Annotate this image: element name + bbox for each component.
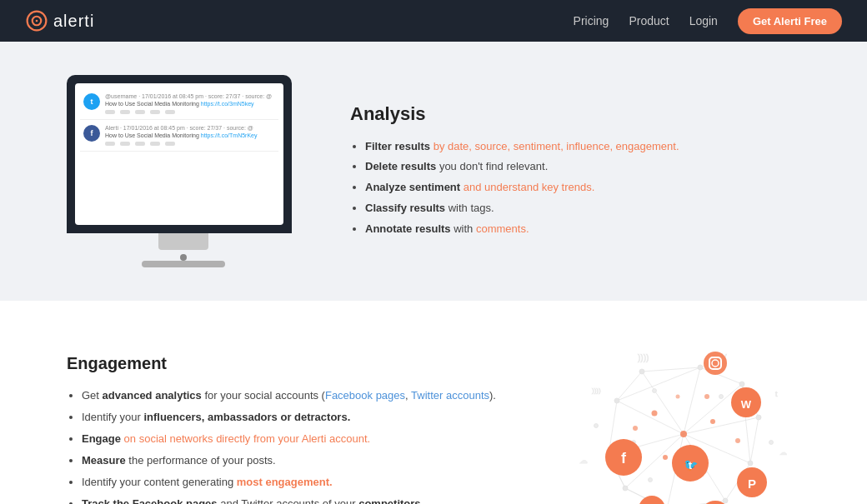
engagement-bold-4: Measure bbox=[82, 454, 126, 467]
analysis-bullet-5: Annotate results with comments. bbox=[365, 219, 800, 240]
engagement-content: Engagement Get advanced analytics for yo… bbox=[67, 354, 534, 505]
engagement-title: Engagement bbox=[67, 354, 534, 373]
svg-point-54 bbox=[652, 411, 658, 417]
engagement-highlight-5: most engagement. bbox=[237, 476, 333, 488]
tweet-text-2: How to Use Social Media Monitoring https… bbox=[105, 132, 275, 138]
tweet-meta-1: @username · 17/01/2016 at 08:45 pm · sco… bbox=[105, 93, 275, 99]
svg-point-2 bbox=[36, 20, 38, 22]
engagement-bold-6b: competitors. bbox=[358, 497, 423, 505]
tweet-row-2: f Alerti · 17/01/2016 at 08:45 pm · scor… bbox=[80, 120, 278, 152]
engagement-bullet-2: Identify your influencers, ambassadors o… bbox=[82, 407, 534, 428]
analysis-bullet-1: Filter results by date, source, sentimen… bbox=[365, 137, 800, 157]
svg-point-42 bbox=[594, 424, 599, 428]
svg-point-59 bbox=[704, 394, 709, 399]
engagement-bold-3: Engage bbox=[82, 432, 121, 445]
svg-line-5 bbox=[684, 367, 700, 434]
analysis-section: t @username · 17/01/2016 at 08:45 pm · s… bbox=[0, 42, 867, 301]
engagement-bullet-4: Measure the performance of your posts. bbox=[82, 450, 534, 472]
svg-text:P: P bbox=[748, 477, 756, 491]
svg-point-55 bbox=[710, 419, 715, 424]
engagement-bold-6: Track the Facebook pages bbox=[82, 497, 218, 505]
analysis-bold-2: Delete results bbox=[365, 160, 436, 172]
svg-text:t: t bbox=[775, 390, 778, 398]
tweet-actions-1 bbox=[105, 110, 275, 114]
svg-point-30 bbox=[739, 382, 744, 387]
monitor-stand bbox=[158, 233, 208, 250]
analysis-highlight-5: comments. bbox=[476, 222, 529, 235]
engagement-highlight-3: on social networks directly from your Al… bbox=[124, 432, 371, 445]
svg-point-38 bbox=[719, 395, 724, 399]
svg-point-57 bbox=[663, 455, 668, 460]
nav: Pricing Product Login Get Alerti Free bbox=[574, 8, 842, 34]
tweet-row-1: t @username · 17/01/2016 at 08:45 pm · s… bbox=[80, 88, 278, 120]
tweet-avatar-facebook: f bbox=[83, 125, 100, 142]
engagement-link-facebook[interactable]: Facebook pages bbox=[325, 389, 405, 402]
svg-point-27 bbox=[614, 398, 619, 403]
nav-pricing[interactable]: Pricing bbox=[574, 14, 609, 27]
analysis-bullet-4: Classify results with tags. bbox=[365, 198, 800, 219]
svg-point-32 bbox=[748, 461, 753, 466]
svg-line-17 bbox=[750, 417, 759, 463]
analysis-bold-5: Annotate results bbox=[365, 222, 451, 235]
social-diagram-svg: )))) V t )))) ☁ ☁ t f bbox=[567, 334, 800, 504]
svg-point-61 bbox=[676, 395, 680, 399]
engagement-bold-5: most engagement. bbox=[237, 476, 333, 488]
svg-point-53 bbox=[680, 431, 687, 437]
svg-point-40 bbox=[649, 478, 653, 482]
svg-text:f: f bbox=[621, 450, 627, 467]
engagement-bold-1: advanced analytics bbox=[103, 389, 202, 402]
logo-icon bbox=[25, 9, 48, 32]
cta-button[interactable]: Get Alerti Free bbox=[738, 8, 842, 34]
svg-text:)))): )))) bbox=[592, 387, 601, 394]
svg-point-31 bbox=[756, 415, 761, 420]
svg-point-37 bbox=[653, 389, 657, 393]
svg-point-58 bbox=[633, 426, 638, 431]
svg-point-29 bbox=[698, 365, 703, 370]
tweet-text-1: How to Use Social Media Monitoring https… bbox=[105, 101, 275, 107]
engagement-bullet-5: Identify your content generating most en… bbox=[82, 472, 534, 493]
logo: alerti bbox=[25, 9, 94, 32]
nav-login[interactable]: Login bbox=[689, 14, 718, 27]
svg-line-7 bbox=[684, 417, 759, 434]
monitor-base bbox=[142, 261, 225, 267]
svg-text:t: t bbox=[689, 459, 693, 472]
svg-text:☁: ☁ bbox=[579, 456, 588, 465]
analysis-bold-3: Analyze sentiment bbox=[365, 181, 460, 193]
svg-point-41 bbox=[769, 441, 774, 445]
svg-point-33 bbox=[723, 498, 728, 503]
svg-point-35 bbox=[623, 486, 628, 491]
tweet-meta-2: Alerti · 17/01/2016 at 08:45 pm · score:… bbox=[105, 125, 275, 131]
engagement-bullet-6: Track the Facebook pages and Twitter acc… bbox=[82, 493, 534, 505]
analysis-highlight-1: by date, source, sentiment, influence, e… bbox=[434, 140, 679, 152]
tweet-actions-2 bbox=[105, 142, 275, 146]
svg-line-23 bbox=[617, 367, 700, 401]
svg-point-28 bbox=[639, 369, 644, 374]
monitor-frame: t @username · 17/01/2016 at 08:45 pm · s… bbox=[67, 75, 292, 233]
engagement-link-twitter[interactable]: Twitter accounts bbox=[411, 389, 489, 402]
analysis-title: Analysis bbox=[350, 103, 800, 125]
nav-product[interactable]: Product bbox=[629, 14, 669, 27]
svg-text:)))): )))) bbox=[638, 353, 649, 362]
logo-text: alerti bbox=[53, 12, 94, 31]
analysis-bold-4: Classify results bbox=[365, 202, 445, 214]
svg-point-60 bbox=[735, 438, 740, 443]
svg-text:☁: ☁ bbox=[779, 448, 787, 457]
social-diagram: )))) V t )))) ☁ ☁ t f bbox=[567, 334, 800, 504]
tweet-content-2: Alerti · 17/01/2016 at 08:45 pm · score:… bbox=[105, 125, 275, 146]
monitor-dot bbox=[180, 254, 187, 261]
tweet-avatar-twitter: t bbox=[83, 93, 100, 110]
instagram-node bbox=[704, 352, 727, 375]
engagement-bullet-1: Get advanced analytics for your social a… bbox=[82, 385, 534, 407]
analysis-bullet-2: Delete results you don't find relevant. bbox=[365, 157, 800, 177]
engagement-bullets: Get advanced analytics for your social a… bbox=[67, 385, 534, 505]
analysis-bullet-3: Analyze sentiment and understand key tre… bbox=[365, 177, 800, 198]
monitor-illustration: t @username · 17/01/2016 at 08:45 pm · s… bbox=[67, 75, 300, 267]
analysis-content: Analysis Filter results by date, source,… bbox=[350, 103, 800, 239]
svg-line-3 bbox=[617, 401, 684, 434]
analysis-bold-1: Filter results bbox=[365, 140, 430, 152]
analysis-bullets: Filter results by date, source, sentimen… bbox=[350, 137, 800, 239]
header: alerti Pricing Product Login Get Alerti … bbox=[0, 0, 867, 42]
engagement-bold-2: influencers, ambassadors or detractors. bbox=[143, 411, 350, 423]
analysis-highlight-3: and understand key trends. bbox=[464, 181, 595, 193]
engagement-bullet-3: Engage on social networks directly from … bbox=[82, 428, 534, 450]
